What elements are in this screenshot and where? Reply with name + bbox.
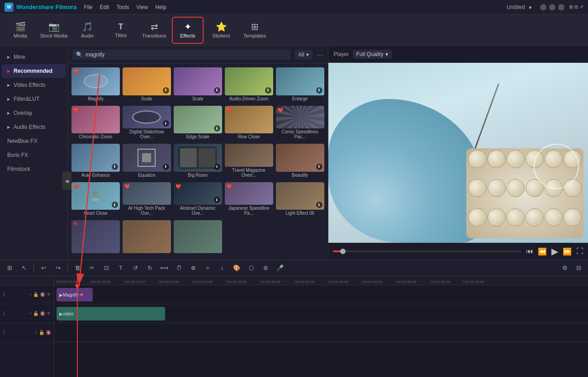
sidebar-item-mine[interactable]: ▶ Mine <box>2 50 66 64</box>
effect-beautify[interactable]: ⬇ Beautify <box>276 144 324 179</box>
lock-track-icon-1[interactable]: 🔓 <box>33 311 38 316</box>
mirror-button[interactable]: ⟺ <box>158 262 170 274</box>
effect-comic[interactable]: ❤️ Comic Speedlines Pac... <box>276 106 324 141</box>
add-track-icon[interactable]: + <box>29 292 32 297</box>
hide-track-icon-1[interactable]: 👁 <box>47 311 51 316</box>
frame-forward-button[interactable]: ⏩ <box>563 247 572 256</box>
effect-edge[interactable]: ⬇ Edge Scale <box>174 106 222 141</box>
mute-track-icon-1[interactable]: 🔇 <box>40 311 45 316</box>
more-options-icon[interactable]: ⋯ <box>316 51 323 59</box>
search-input[interactable] <box>85 52 287 58</box>
fullscreen-button[interactable]: ⛶ <box>576 247 583 255</box>
toolbar-audio[interactable]: 🎵 Audio <box>71 17 103 44</box>
video-clip[interactable]: ▶ video <box>57 307 165 320</box>
frame-back-button[interactable]: ⏪ <box>538 247 547 256</box>
delete-button[interactable]: 🗑 <box>71 262 83 274</box>
effect-travel[interactable]: Travel Magazine Overl... <box>225 144 273 179</box>
menu-view[interactable]: View <box>136 4 148 10</box>
redo-button[interactable]: ↪ <box>52 262 64 274</box>
mute-track-icon-audio[interactable]: 🔇 <box>46 330 51 335</box>
effect-digital[interactable]: ⬇ Digital Slideshow Over... <box>123 106 171 141</box>
lock-track-icon-audio[interactable]: 🔓 <box>39 330 44 335</box>
toolbar-titles[interactable]: T Titles <box>105 17 137 44</box>
effect-bigroom[interactable]: ⬇ Big Room <box>174 144 222 179</box>
voice-button[interactable]: 🎤 <box>274 262 286 274</box>
effect-equalize[interactable]: ⬇ Equalize <box>123 144 171 179</box>
quality-select[interactable]: Full Quality ▾ <box>353 50 392 59</box>
play-button[interactable]: ▶ <box>551 246 558 257</box>
effect-light[interactable]: ⬇ Light Effect 06 <box>276 182 324 218</box>
skip-back-button[interactable]: ⏮ <box>526 247 533 255</box>
close-button[interactable] <box>558 4 564 10</box>
download-icon-edge: ⬇ <box>214 125 220 132</box>
toolbar-stock[interactable]: 📷 Stock Media <box>38 17 70 44</box>
sidebar-item-filmstock[interactable]: Filmstock <box>2 162 66 176</box>
effect-heartclose[interactable]: ❤️ ⬇ 🏝️ Heart Close <box>71 182 120 218</box>
effect-clip-magnify[interactable]: ▶ Magnify ❤ <box>57 288 93 302</box>
effect-partial2[interactable] <box>123 220 171 256</box>
search-filter-dropdown[interactable]: All ▾ <box>294 50 312 60</box>
split-button[interactable]: ⟡ <box>202 262 213 274</box>
toolbar-stickers[interactable]: ⭐ Stickers <box>205 17 237 44</box>
timeline-tracks[interactable]: 00:00:05:00 00:00:10:00 00:00:15:00 00:0… <box>54 276 588 377</box>
sidebar-item-overlay[interactable]: ▶ Overlay <box>2 106 66 120</box>
transitions-icon: ⇄ <box>151 22 158 31</box>
effect-chromatic[interactable]: ❤️ Chromatic Zoom <box>71 106 120 141</box>
undo-button[interactable]: ↩ <box>38 262 49 274</box>
effect-enlarge[interactable]: ⬇ Enlarge <box>276 67 324 103</box>
effect-scale1[interactable]: ⬇ Scale <box>123 67 171 103</box>
progress-knob[interactable] <box>340 249 346 254</box>
rotate-right-button[interactable]: ↻ <box>144 262 156 274</box>
sidebar-item-newblue[interactable]: NewBlue FX <box>2 134 66 148</box>
crop-button[interactable]: ⊡ <box>100 262 112 274</box>
settings-icon[interactable]: ⚙ <box>559 262 571 274</box>
sidebar-item-boris[interactable]: Boris FX <box>2 148 66 162</box>
sidebar-item-recommended[interactable]: ▶ Recommended <box>2 64 66 78</box>
effect-partial1[interactable]: ❤️ <box>71 220 120 256</box>
lock-track-icon[interactable]: 🔓 <box>33 292 38 297</box>
search-input-wrapper[interactable]: 🔍 <box>72 50 291 60</box>
hide-track-icon[interactable]: 👁 <box>47 292 51 297</box>
sidebar-collapse-button[interactable]: ◀ <box>62 172 71 190</box>
mask-button[interactable]: ⬡ <box>245 262 257 274</box>
sidebar-item-video-effects[interactable]: ▶ Video Effects <box>2 78 66 92</box>
cut-button[interactable]: ✂ <box>86 262 98 274</box>
menu-file[interactable]: File <box>84 4 92 10</box>
effect-magnify[interactable]: ❤️ Magnify <box>71 67 120 103</box>
effect-rowclose[interactable]: ❤️ Row Close <box>225 106 273 141</box>
add-track-icon-audio[interactable]: + <box>35 330 38 335</box>
effect-abstract[interactable]: ❤️ ⬇ Abstract Dynamic Ove... <box>174 182 222 218</box>
sidebar-item-audio-effects[interactable]: ▶ Audio Effects <box>2 120 66 134</box>
toolbar-transitions[interactable]: ⇄ Transitions <box>138 17 170 44</box>
audio-icon: 🎵 <box>82 22 93 31</box>
speed-button[interactable]: ⏱ <box>173 262 185 274</box>
text-button[interactable]: T <box>115 262 127 274</box>
sidebar-item-filter-lut[interactable]: ▶ Filter&LUT <box>2 92 66 106</box>
effect-auto[interactable]: ⬇ Auto Enhance <box>71 144 120 179</box>
layout-icon[interactable]: ⊟ <box>573 262 584 274</box>
preview-progress-bar[interactable] <box>333 250 522 252</box>
zoom-button[interactable]: ⊕ <box>187 262 199 274</box>
timeline-grid-button[interactable]: ⊞ <box>4 262 15 274</box>
effect-aitech[interactable]: ❤️ AI High Tech Pack Ove... <box>123 182 171 218</box>
timeline-cursor-button[interactable]: ↖ <box>18 262 30 274</box>
audio-button[interactable]: ♪ <box>216 262 228 274</box>
menu-help[interactable]: Help <box>155 4 166 10</box>
effect-scale2[interactable]: ⬇ Scale <box>174 67 222 103</box>
menu-edit[interactable]: Edit <box>100 4 109 10</box>
maximize-button[interactable] <box>549 4 555 10</box>
toolbar-templates[interactable]: ⊞ Templates <box>239 17 270 44</box>
effect-audio-zoom[interactable]: ⬇ Audio-Driven Zoom <box>225 67 273 103</box>
stabilize-button[interactable]: ⊛ <box>260 262 271 274</box>
sidebar-label-mine: Mine <box>14 54 25 60</box>
mute-track-icon[interactable]: 🔇 <box>40 292 45 297</box>
rotate-left-button[interactable]: ↺ <box>129 262 141 274</box>
menu-tools[interactable]: Tools <box>116 4 129 10</box>
effect-japanese[interactable]: ❤️ Japanese Speedline Pa... <box>225 182 273 218</box>
minimize-button[interactable] <box>540 4 546 10</box>
color-button[interactable]: 🎨 <box>231 262 242 274</box>
toolbar-media[interactable]: 🎬 Media <box>5 17 36 44</box>
effect-partial3[interactable] <box>174 220 222 256</box>
add-track-icon-1[interactable]: + <box>29 311 32 316</box>
toolbar-effects[interactable]: ✦ Effects <box>172 17 204 44</box>
